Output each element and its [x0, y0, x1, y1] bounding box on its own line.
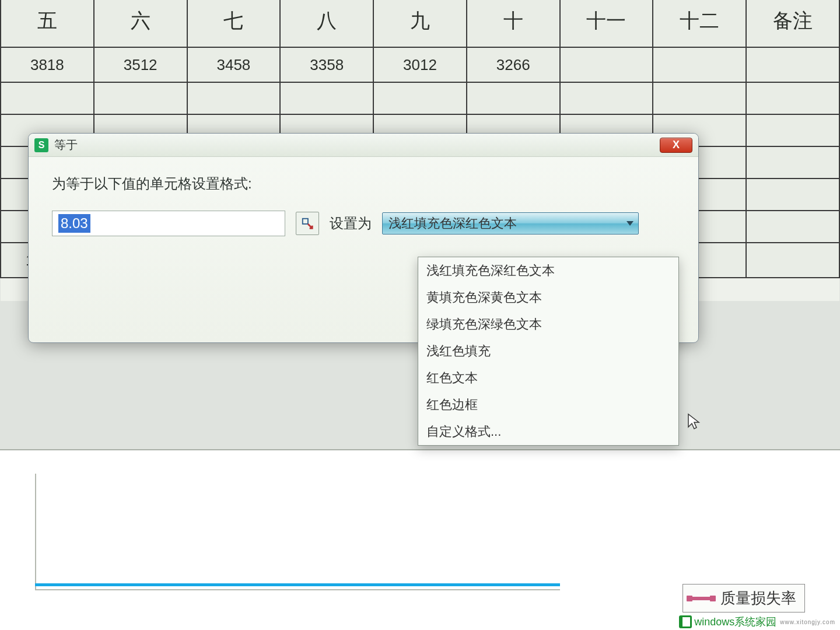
range-picker-button[interactable]: [296, 212, 319, 235]
chart-axes: [35, 474, 560, 590]
value-input[interactable]: 8.03: [52, 211, 285, 236]
format-option[interactable]: 浅红色填充: [418, 338, 678, 365]
watermark-icon: [679, 615, 692, 628]
format-option[interactable]: 自定义格式...: [418, 418, 678, 445]
watermark-url: www.xitongjy.com: [780, 619, 835, 625]
dialog-title: 等于: [54, 137, 78, 153]
mouse-cursor-icon: [687, 413, 701, 430]
header-row: 五 六 七 八 九 十 十一 十二 备注: [1, 0, 839, 47]
col-header[interactable]: 十: [467, 0, 560, 47]
cell[interactable]: 3512: [94, 47, 187, 82]
cell[interactable]: [560, 47, 653, 82]
close-button[interactable]: X: [660, 138, 692, 153]
range-picker-icon: [301, 217, 314, 230]
cell[interactable]: 3012: [373, 47, 467, 82]
watermark: windows系统家园 www.xitongjy.com: [679, 615, 835, 629]
dialog-prompt: 为等于以下值的单元格设置格式:: [52, 174, 675, 193]
col-header[interactable]: 八: [280, 0, 373, 47]
format-combo[interactable]: 浅红填充色深红色文本: [382, 212, 639, 235]
chart-series-line: [35, 583, 560, 586]
value-input-text: 8.03: [58, 214, 90, 233]
format-option[interactable]: 红色文本: [418, 365, 678, 391]
col-header[interactable]: 七: [187, 0, 281, 47]
format-option[interactable]: 绿填充色深绿色文本: [418, 311, 678, 338]
format-option[interactable]: 红色边框: [418, 391, 678, 418]
chevron-down-icon: [626, 221, 634, 226]
format-dropdown: 浅红填充色深红色文本 黄填充色深黄色文本 绿填充色深绿色文本 浅红色填充 红色文…: [418, 257, 679, 446]
cell[interactable]: 3266: [467, 47, 560, 82]
close-icon: X: [673, 139, 680, 151]
cell[interactable]: [746, 243, 839, 278]
legend-label: 质量损失率: [720, 588, 796, 608]
chart-panel: 质量损失率: [0, 449, 840, 630]
cell[interactable]: 3818: [1, 47, 94, 82]
format-option[interactable]: 黄填充色深黄色文本: [418, 284, 678, 311]
cell[interactable]: 3358: [280, 47, 373, 82]
cell[interactable]: 3458: [187, 47, 281, 82]
format-option[interactable]: 浅红填充色深红色文本: [418, 257, 678, 284]
watermark-brand: windows系统家园: [694, 615, 776, 629]
cell[interactable]: [653, 47, 746, 82]
dialog-titlebar[interactable]: S 等于 X: [29, 134, 698, 157]
col-header[interactable]: 十二: [653, 0, 746, 47]
col-header[interactable]: 九: [373, 0, 467, 47]
svg-rect-0: [303, 219, 308, 224]
col-header[interactable]: 五: [1, 0, 94, 47]
app-icon: S: [34, 138, 48, 152]
set-as-label: 设置为: [330, 214, 372, 233]
col-header[interactable]: 十一: [560, 0, 653, 47]
col-header[interactable]: 六: [94, 0, 187, 47]
chart-legend: 质量损失率: [682, 584, 805, 612]
col-header[interactable]: 备注: [746, 0, 839, 47]
data-row: 3818 3512 3458 3358 3012 3266: [1, 47, 839, 82]
cell[interactable]: [746, 47, 839, 82]
legend-marker-icon: [688, 597, 715, 600]
combo-selected-text: 浅红填充色深红色文本: [388, 215, 517, 232]
